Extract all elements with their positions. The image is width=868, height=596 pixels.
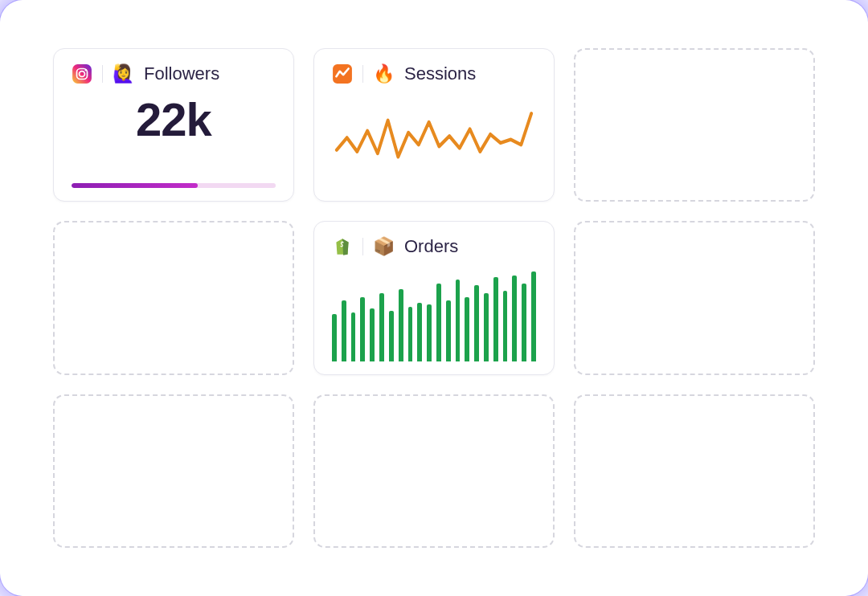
bar xyxy=(531,271,536,361)
bar xyxy=(456,280,461,361)
svg-rect-0 xyxy=(72,64,92,84)
card-header: 📦 Orders xyxy=(332,236,536,257)
analytics-icon xyxy=(332,63,353,84)
bar xyxy=(503,291,508,361)
bar xyxy=(522,284,526,361)
bar xyxy=(417,303,422,361)
dashboard-panel: 🙋‍♀️ Followers 22k xyxy=(10,10,858,586)
orders-chart xyxy=(332,263,536,361)
package-icon: 📦 xyxy=(373,238,395,255)
bar xyxy=(389,311,394,361)
bar xyxy=(446,300,451,361)
orders-card[interactable]: 📦 Orders xyxy=(313,221,555,374)
progress-fill xyxy=(72,183,198,188)
sessions-card[interactable]: 🔥 Sessions xyxy=(313,48,555,202)
instagram-icon xyxy=(72,63,92,84)
sessions-chart xyxy=(332,91,536,188)
bar xyxy=(370,308,375,361)
bar xyxy=(512,276,517,361)
svg-point-3 xyxy=(85,69,87,71)
divider xyxy=(362,65,363,83)
empty-slot[interactable] xyxy=(574,48,815,202)
bar xyxy=(332,314,337,361)
card-header: 🙋‍♀️ Followers xyxy=(72,63,276,84)
bar xyxy=(436,284,441,361)
bar xyxy=(342,300,346,361)
divider xyxy=(362,238,363,255)
bar xyxy=(493,277,498,361)
empty-slot[interactable] xyxy=(53,394,294,548)
progress-track xyxy=(72,183,276,188)
bar xyxy=(427,304,432,361)
divider xyxy=(102,65,103,83)
bar xyxy=(360,297,365,361)
card-header: 🔥 Sessions xyxy=(332,63,536,84)
empty-slot[interactable] xyxy=(574,394,815,548)
person-raising-hand-icon: 🙋‍♀️ xyxy=(113,65,134,83)
bar xyxy=(484,293,489,361)
card-title: Followers xyxy=(144,63,219,84)
bar xyxy=(351,312,356,361)
bar xyxy=(408,307,413,361)
shopify-icon xyxy=(332,236,353,257)
bar xyxy=(465,297,469,361)
followers-value: 22k xyxy=(72,92,276,146)
followers-card[interactable]: 🙋‍♀️ Followers 22k xyxy=(53,48,294,202)
bar xyxy=(474,285,479,361)
widget-grid: 🙋‍♀️ Followers 22k xyxy=(53,48,815,548)
card-title: Sessions xyxy=(404,63,476,84)
bar xyxy=(399,289,403,361)
empty-slot[interactable] xyxy=(574,221,815,374)
fire-icon: 🔥 xyxy=(373,65,395,83)
bar xyxy=(379,293,384,361)
empty-slot[interactable] xyxy=(53,221,294,374)
empty-slot[interactable] xyxy=(313,394,555,548)
card-title: Orders xyxy=(404,236,458,257)
